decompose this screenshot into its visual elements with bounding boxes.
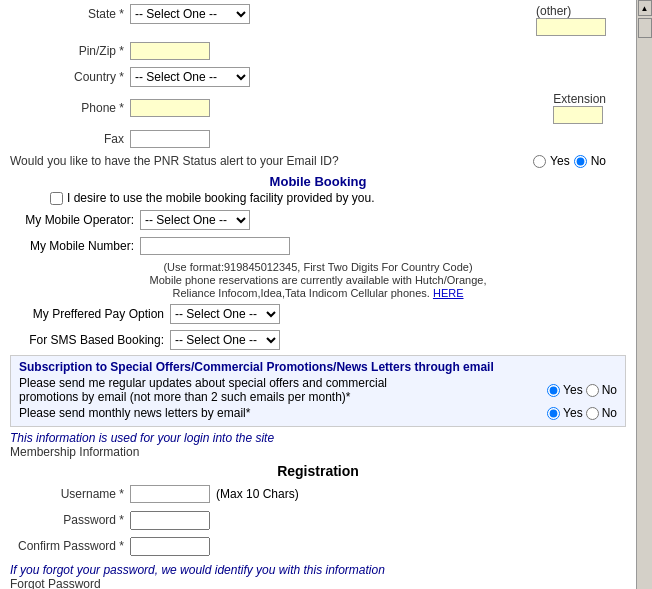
scrollbar[interactable]: ▲ ▼ [636, 0, 652, 589]
pnr-question: Would you like to have the PNR Status al… [10, 154, 339, 168]
here-link[interactable]: HERE [433, 287, 464, 299]
sub1-no-radio[interactable] [586, 384, 599, 397]
scroll-thumb[interactable] [638, 18, 652, 38]
other-input[interactable] [536, 18, 606, 36]
mobile-number-label: My Mobile Number: [10, 239, 140, 253]
fax-label: Fax [10, 132, 130, 146]
sub1-no-label: No [602, 383, 617, 397]
mobile-operator-label: My Mobile Operator: [10, 213, 140, 227]
registration-title: Registration [10, 463, 626, 479]
preferred-pay-label: My Preffered Pay Option [10, 307, 170, 321]
pnr-no-radio[interactable] [574, 155, 587, 168]
sub2-yes-radio[interactable] [547, 407, 560, 420]
fax-input[interactable] [130, 130, 210, 148]
pnr-yes-radio[interactable] [533, 155, 546, 168]
sub2-yes-label: Yes [563, 406, 583, 420]
phone-label: Phone * [10, 101, 130, 115]
password-label: Password * [10, 513, 130, 527]
mobile-booking-title: Mobile Booking [270, 174, 367, 189]
confirm-password-input[interactable] [130, 537, 210, 556]
mobile-number-input[interactable] [140, 237, 290, 255]
pnr-no-label: No [591, 154, 606, 168]
subscription-title: Subscription to Special Offers/Commercia… [19, 360, 617, 374]
sms-booking-label: For SMS Based Booking: [10, 333, 170, 347]
subscription-text2: promotions by email (not more than 2 suc… [19, 390, 547, 404]
username-input[interactable] [130, 485, 210, 503]
format-note: (Use format:919845012345, First Two Digi… [10, 261, 626, 273]
sub1-yes-label: Yes [563, 383, 583, 397]
reliance-note: Reliance Infocom,Idea,Tata Indicom Cellu… [10, 287, 626, 299]
confirm-password-label: Confirm Password * [10, 539, 130, 553]
extension-label: Extension [553, 92, 606, 106]
country-label: Country * [10, 70, 130, 84]
state-select[interactable]: -- Select One -- [130, 4, 250, 24]
mobile-operator-select[interactable]: -- Select One -- [140, 210, 250, 230]
mobile-booking-checkbox[interactable] [50, 192, 63, 205]
scroll-up-arrow[interactable]: ▲ [638, 0, 652, 16]
sub1-yes-radio[interactable] [547, 384, 560, 397]
login-info: This information is used for your login … [10, 431, 626, 445]
subscription-text3: Please send monthly news letters by emai… [19, 406, 547, 420]
sub2-no-label: No [602, 406, 617, 420]
country-select[interactable]: -- Select One -- [130, 67, 250, 87]
hutch-note: Mobile phone reservations are currently … [10, 274, 626, 286]
extension-input[interactable] [553, 106, 603, 124]
password-input[interactable] [130, 511, 210, 530]
subscription-text1: Please send me regular updates about spe… [19, 376, 547, 390]
sms-booking-select[interactable]: -- Select One -- [170, 330, 280, 350]
pinzip-input[interactable] [130, 42, 210, 60]
mobile-checkbox-label: I desire to use the mobile booking facil… [67, 191, 375, 205]
preferred-pay-select[interactable]: -- Select One -- [170, 304, 280, 324]
username-maxchars: (Max 10 Chars) [216, 487, 299, 501]
state-label: State * [10, 7, 130, 21]
forgot-password-label: Forgot Password [10, 577, 626, 589]
pinzip-label: Pin/Zip * [10, 44, 130, 58]
username-label: Username * [10, 487, 130, 501]
other-label: (other) [536, 4, 571, 18]
forgot-info: If you forgot your password, we would id… [10, 563, 626, 577]
membership-label: Membership Information [10, 445, 626, 459]
sub2-no-radio[interactable] [586, 407, 599, 420]
phone-input[interactable] [130, 99, 210, 117]
pnr-yes-label: Yes [550, 154, 570, 168]
